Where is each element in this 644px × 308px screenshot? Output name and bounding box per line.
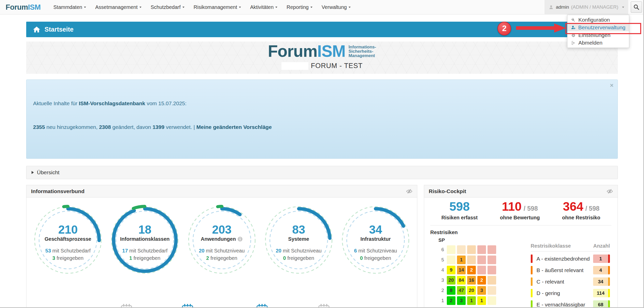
legend-label: D - gering	[537, 290, 560, 296]
heatmap-cell[interactable]: 3	[457, 296, 466, 305]
close-icon[interactable]: ×	[610, 82, 613, 88]
menu-item-abmelden[interactable]: Abmelden	[567, 39, 629, 47]
risk-stats: 598 Risiken erfasst 110/ 598 ohne Bewert…	[430, 197, 611, 225]
nav-verwaltung[interactable]: Verwaltung	[317, 0, 355, 14]
brand-band: ForumISM Informations-Sicherheits-Manage…	[26, 42, 618, 74]
app-logo[interactable]: ForumISM	[6, 3, 41, 11]
user-menu[interactable]: admin (ADMIN / MANAGER)	[545, 0, 628, 14]
menu-item-konfiguration[interactable]: Konfiguration	[567, 16, 629, 24]
heatmap-cell[interactable]: 20	[447, 276, 455, 285]
legend-header-count: Anzahl	[593, 243, 610, 249]
heatmap-cell	[467, 256, 476, 264]
legend-row: B - äußerst relevant4	[531, 266, 610, 274]
navbar-right: admin (ADMIN / MANAGER)	[545, 0, 644, 14]
widget-value: 34	[344, 223, 407, 236]
heatmap-cell[interactable]: 2	[467, 266, 476, 274]
annotation-rectangle	[565, 23, 641, 34]
widget-label: Geschäftsprozesse	[37, 236, 99, 242]
heatmap-row-label: 3	[438, 277, 444, 283]
widget-infrastruktur[interactable]: 34 Infrastruktur 6 mit Schutzniveau0 fre…	[339, 204, 412, 276]
heatmap-cell[interactable]: 14	[457, 266, 466, 274]
search-icon	[633, 4, 640, 10]
nav-aktivitaeten[interactable]: Aktivitäten	[246, 0, 282, 14]
meine-vorschlaege-link[interactable]: Meine geänderten Vorschläge	[196, 124, 272, 130]
restrisiken-title: Restrisiken	[430, 230, 611, 235]
nav-schutzbedarf[interactable]: Schutzbedarf	[146, 0, 189, 14]
legend-count-badge: 114	[593, 289, 610, 297]
heatmap-row-label: 1	[438, 298, 444, 303]
heatmap-cell	[488, 276, 496, 285]
brand-subtitle: Informations-Sicherheits-Management	[349, 45, 376, 58]
legend-count-badge: 34	[593, 277, 610, 286]
heatmap-cell[interactable]: 2	[447, 296, 455, 305]
chevron-down-icon	[239, 7, 241, 8]
heatmap-cell[interactable]: 3	[477, 286, 486, 295]
widget-label: Systeme	[267, 236, 330, 242]
heatmap-row-label: 6	[438, 247, 444, 252]
heatmap-cell[interactable]: 1	[467, 296, 476, 305]
nav-assetmanagement[interactable]: Assetmanagement	[91, 0, 146, 14]
heatmap-cell	[467, 245, 476, 254]
heatmap-cell[interactable]: 9	[447, 266, 455, 274]
heatmap-cell[interactable]: 2	[477, 276, 486, 285]
chevron-down-icon	[139, 7, 141, 8]
nav-reporting[interactable]: Reporting	[282, 0, 317, 14]
info-icon[interactable]	[237, 236, 243, 242]
hide-widget-icon[interactable]	[607, 189, 613, 194]
heatmap-cell[interactable]: 1	[457, 256, 466, 264]
restrisiken-heatmap: SP 651491423208416228472031231112345EW	[438, 237, 506, 308]
widget-anwendungen[interactable]: 203 Anwendungen 20 mit Schutzniveau2 fre…	[185, 204, 258, 276]
legend-label: A - existenzbedrohend	[537, 256, 590, 262]
legend-label: E - vernachlässigbar	[537, 302, 585, 308]
heatmap-cell[interactable]: 16	[467, 276, 476, 285]
hide-widget-icon[interactable]	[406, 189, 412, 194]
widget-informationsklassen[interactable]: 18 Informationsklassen 17 mit Schutzbeda…	[108, 204, 181, 276]
heatmap-cell[interactable]: 8	[447, 286, 455, 295]
user-icon	[549, 5, 554, 10]
widget-label: Infrastruktur	[344, 236, 407, 242]
widget-value: 203	[191, 223, 253, 236]
heatmap-cell[interactable]: 1	[477, 296, 486, 305]
uebersicht-toggle[interactable]: Übersicht	[26, 166, 618, 179]
chevron-down-icon	[349, 7, 351, 8]
page-title: Startseite	[45, 26, 74, 33]
panel-title: Risiko-Cockpit	[429, 188, 466, 194]
vorschlagsdatenbank-link[interactable]: ISM-Vorschlagsdatenbank	[79, 100, 145, 106]
annotation-step-badge: 2	[497, 22, 511, 35]
widget-value: 83	[267, 223, 330, 236]
legend-color-bar	[531, 277, 533, 286]
nav-risikomanagement[interactable]: Risikomanagement	[189, 0, 246, 14]
heatmap-cell[interactable]: 84	[457, 276, 466, 285]
environment-label: FORUM - TEST	[311, 62, 363, 70]
heatmap-cell[interactable]: 20	[467, 286, 476, 295]
widget-value: 210	[37, 223, 99, 236]
home-icon[interactable]	[33, 26, 40, 33]
top-navbar: ForumISM Stammdaten Assetmanagement Schu…	[0, 0, 644, 15]
logo-part2: ISM	[28, 3, 41, 11]
collapse-arrow-icon	[32, 171, 34, 174]
nav-stammdaten[interactable]: Stammdaten	[49, 0, 91, 14]
heatmap-row-label: 2	[438, 288, 444, 293]
chevron-down-icon	[622, 7, 624, 8]
panel-risiko-cockpit: Risiko-Cockpit 598 Risiken erfasst 110/ …	[424, 185, 618, 308]
legend-count-badge: 68	[593, 300, 610, 308]
chevron-down-icon	[182, 7, 184, 8]
heatmap-row-label: 5	[438, 257, 444, 263]
widget-label: Informationsklassen	[113, 236, 176, 242]
stat-ohne-restrisiko[interactable]: 364/ 598 ohne Restrisiko	[562, 200, 600, 221]
heatmap-cell[interactable]: 47	[457, 286, 466, 295]
stat-risiken-erfasst[interactable]: 598 Risiken erfasst	[441, 200, 478, 221]
heatmap-cell	[488, 266, 496, 274]
environment-row: FORUM - TEST	[281, 62, 363, 70]
annotation-arrow	[516, 22, 566, 34]
legend-color-bar	[531, 300, 533, 308]
legend-row: C - relevant34	[531, 277, 610, 286]
chevron-down-icon	[310, 7, 312, 8]
user-roles: (ADMIN / MANAGER)	[571, 4, 618, 10]
stat-ohne-bewertung[interactable]: 110/ 598 ohne Bewertung	[500, 200, 540, 221]
info-alert: Aktuelle Inhalte für ISM-Vorschlagsdaten…	[26, 79, 618, 159]
legend-header-class: Restrisikoklasse	[531, 243, 571, 249]
widget-geschaeftsprozesse[interactable]: 210 Geschäftsprozesse 53 mit Schutzbedar…	[32, 204, 104, 276]
widget-systeme[interactable]: 83 Systeme 20 mit Schutzniveau0 freigege…	[262, 204, 335, 276]
search-button[interactable]	[631, 2, 642, 13]
